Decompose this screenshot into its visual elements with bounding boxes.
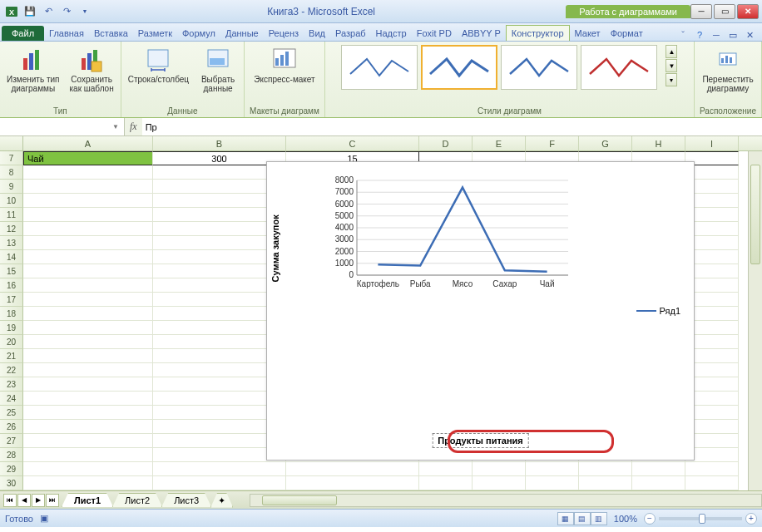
cell-A27[interactable] xyxy=(23,434,153,448)
doc-minimize-icon[interactable]: ─ xyxy=(709,29,724,41)
vertical-scrollbar[interactable] xyxy=(748,151,762,490)
horizontal-scrollbar[interactable] xyxy=(250,494,762,507)
new-sheet-button[interactable]: ✦ xyxy=(210,493,233,508)
cell-A14[interactable] xyxy=(23,250,153,264)
x-axis-title[interactable]: Продукты питания xyxy=(432,433,529,448)
cell-A23[interactable] xyxy=(23,377,153,392)
row-30[interactable]: 30 xyxy=(0,476,23,490)
select-data-button[interactable]: Выбрать данные xyxy=(197,45,239,95)
row-11[interactable]: 11 xyxy=(0,208,23,222)
col-F[interactable]: F xyxy=(526,136,579,150)
col-E[interactable]: E xyxy=(473,136,526,150)
gallery-down-icon[interactable]: ▼ xyxy=(666,59,677,72)
doc-close-icon[interactable]: ✕ xyxy=(742,29,757,41)
sheet-nav-next-icon[interactable]: ▶ xyxy=(32,494,45,507)
row-21[interactable]: 21 xyxy=(0,349,23,363)
zoom-out-button[interactable]: − xyxy=(644,513,656,525)
col-B[interactable]: B xyxy=(153,136,286,150)
ribbon-minimize-icon[interactable]: ˇ xyxy=(675,29,690,41)
row-10[interactable]: 10 xyxy=(0,194,23,208)
cell-H30[interactable] xyxy=(632,476,685,490)
row-27[interactable]: 27 xyxy=(0,434,23,448)
view-pagelayout-icon[interactable]: ▤ xyxy=(574,512,591,525)
row-19[interactable]: 19 xyxy=(0,321,23,335)
y-axis-title[interactable]: Сумма закупок xyxy=(270,214,280,282)
row-13[interactable]: 13 xyxy=(0,236,23,250)
row-7[interactable]: 7 xyxy=(0,151,23,165)
embedded-chart[interactable]: Сумма закупок 01000200030004000500060007… xyxy=(266,161,695,461)
chart-legend[interactable]: Ряд1 xyxy=(636,306,680,316)
cell-A21[interactable] xyxy=(23,349,153,363)
name-box[interactable]: ▼ xyxy=(0,118,125,135)
cell-G29[interactable] xyxy=(579,462,632,476)
row-17[interactable]: 17 xyxy=(0,293,23,307)
tab-foxit[interactable]: Foxit PD xyxy=(412,26,457,41)
qat-dropdown-icon[interactable]: ▼ xyxy=(77,3,93,20)
tab-data[interactable]: Данные xyxy=(220,26,264,41)
select-all-corner[interactable] xyxy=(0,136,23,150)
row-22[interactable]: 22 xyxy=(0,363,23,377)
row-15[interactable]: 15 xyxy=(0,264,23,278)
undo-icon[interactable]: ↶ xyxy=(40,3,57,20)
sheet-nav-last-icon[interactable]: ⏭ xyxy=(46,494,59,507)
view-normal-icon[interactable]: ▦ xyxy=(557,512,574,525)
close-button[interactable]: ✕ xyxy=(737,4,759,19)
row-29[interactable]: 29 xyxy=(0,462,23,476)
help-icon[interactable]: ? xyxy=(692,29,707,41)
row-8[interactable]: 8 xyxy=(0,165,23,180)
cell-G30[interactable] xyxy=(579,476,632,490)
row-25[interactable]: 25 xyxy=(0,406,23,420)
row-24[interactable]: 24 xyxy=(0,392,23,406)
sheet-nav-first-icon[interactable]: ⏮ xyxy=(3,494,17,507)
cell-A12[interactable] xyxy=(23,222,153,236)
col-G[interactable]: G xyxy=(579,136,632,150)
cell-A15[interactable] xyxy=(23,264,153,278)
cell-A16[interactable] xyxy=(23,278,153,293)
cell-A29[interactable] xyxy=(23,462,153,476)
save-icon[interactable]: 💾 xyxy=(22,3,38,20)
cell-A13[interactable] xyxy=(23,236,153,250)
sheet-tab-2[interactable]: Лист2 xyxy=(112,493,162,507)
tab-home[interactable]: Главная xyxy=(44,26,89,41)
gallery-more-icon[interactable]: ▾ xyxy=(666,73,677,86)
cell-A25[interactable] xyxy=(23,406,153,420)
tab-design[interactable]: Конструктор xyxy=(506,25,570,41)
tab-insert[interactable]: Вставка xyxy=(89,26,133,41)
save-template-button[interactable]: Сохранить как шаблон xyxy=(67,45,115,95)
tab-pagelayout[interactable]: Разметк xyxy=(133,26,177,41)
row-9[interactable]: 9 xyxy=(0,180,23,194)
formula-input[interactable]: Пр xyxy=(142,118,762,135)
cell-E29[interactable] xyxy=(473,462,526,476)
sheet-tab-1[interactable]: Лист1 xyxy=(62,493,113,507)
cell-A19[interactable] xyxy=(23,321,153,335)
cell-H29[interactable] xyxy=(632,462,685,476)
col-C[interactable]: C xyxy=(286,136,419,150)
cell-A8[interactable] xyxy=(23,165,153,180)
cell-A26[interactable] xyxy=(23,420,153,434)
macro-record-icon[interactable]: ▣ xyxy=(40,513,48,524)
tab-view[interactable]: Вид xyxy=(304,26,330,41)
gallery-up-icon[interactable]: ▲ xyxy=(666,45,677,58)
cell-C29[interactable] xyxy=(286,462,419,476)
col-H[interactable]: H xyxy=(632,136,685,150)
tab-developer[interactable]: Разраб xyxy=(330,26,371,41)
cell-F30[interactable] xyxy=(526,476,579,490)
cell-I29[interactable] xyxy=(685,462,739,476)
row-18[interactable]: 18 xyxy=(0,307,23,321)
cell-A30[interactable] xyxy=(23,476,153,490)
cell-A28[interactable] xyxy=(23,448,153,462)
cell-F29[interactable] xyxy=(526,462,579,476)
doc-restore-icon[interactable]: ▭ xyxy=(725,29,740,41)
cell-A20[interactable] xyxy=(23,335,153,349)
row-28[interactable]: 28 xyxy=(0,448,23,462)
change-chart-type-button[interactable]: Изменить тип диаграммы xyxy=(5,45,61,95)
namebox-dropdown-icon[interactable]: ▼ xyxy=(112,123,119,131)
cell-B30[interactable] xyxy=(153,476,286,490)
sheet-nav-prev-icon[interactable]: ◀ xyxy=(17,494,31,507)
cell-E30[interactable] xyxy=(473,476,526,490)
chart-style-1[interactable] xyxy=(341,45,418,90)
cell-D29[interactable] xyxy=(419,462,473,476)
move-chart-button[interactable]: Переместить диаграмму xyxy=(700,45,755,95)
cell-A7[interactable]: Чай xyxy=(23,151,153,165)
row-23[interactable]: 23 xyxy=(0,377,23,392)
